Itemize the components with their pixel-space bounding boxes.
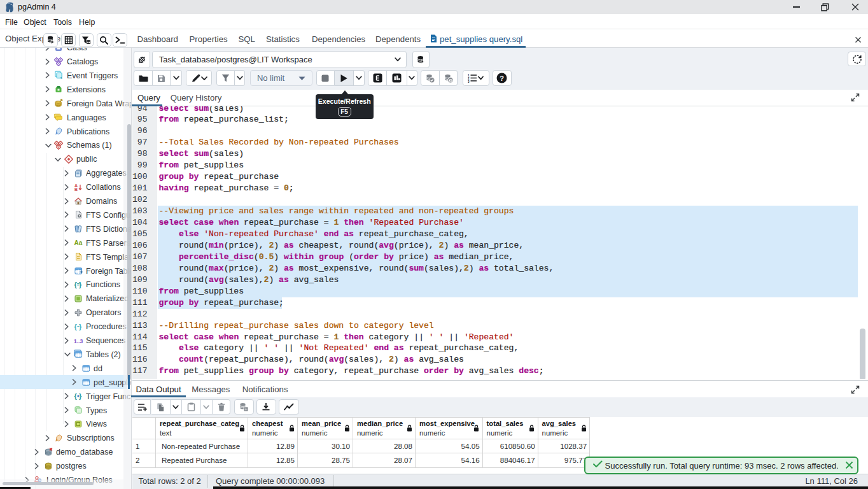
- svg-text:3: 3: [468, 80, 470, 83]
- svg-text:B: B: [74, 187, 78, 192]
- svg-text:{: {: [74, 323, 77, 330]
- svg-text:}: }: [79, 323, 82, 330]
- svg-text:}: }: [79, 392, 82, 400]
- svg-text:?: ?: [500, 74, 505, 82]
- svg-text:{: {: [74, 281, 77, 288]
- svg-text:}: }: [79, 281, 82, 288]
- svg-text:{: {: [74, 392, 77, 400]
- svg-text:1..3: 1..3: [74, 337, 83, 344]
- svg-text:Aa: Aa: [74, 239, 82, 246]
